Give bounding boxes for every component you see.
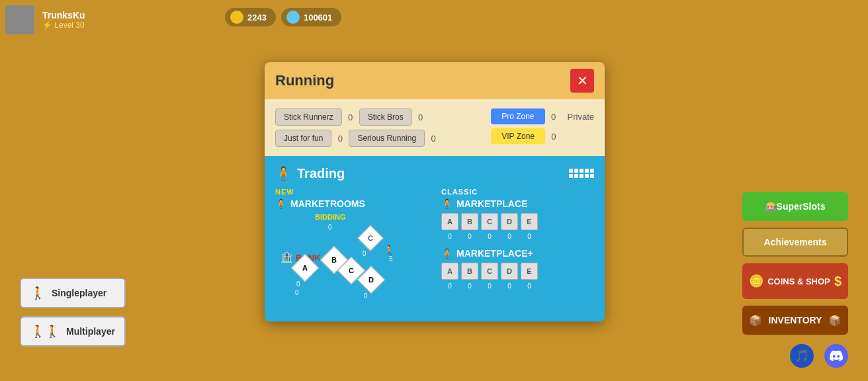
- discord-button[interactable]: [824, 344, 848, 368]
- bid-slot-top[interactable]: C: [357, 225, 384, 251]
- stick-bros-button[interactable]: Stick Bros: [359, 108, 412, 126]
- marketplace-slot-counts: 0 0 0 0 0: [441, 233, 594, 240]
- serious-running-count: 0: [429, 134, 438, 144]
- plus-slot-d[interactable]: D: [501, 263, 518, 280]
- coins-shop-button[interactable]: 🪙 COINS & SHOP $: [742, 263, 848, 299]
- slot-d[interactable]: D: [501, 213, 518, 230]
- left-trading-panel: NEW 🧍 MARKETROOMS BIDDING 0 C: [275, 188, 428, 296]
- bidding-label: BIDDING: [315, 213, 428, 221]
- plus-slot-c[interactable]: C: [481, 263, 498, 280]
- multiplayer-icon: 🚶🚶: [30, 324, 60, 339]
- serious-running-button[interactable]: Serious Running: [349, 130, 425, 147]
- grid-dot: [585, 169, 589, 173]
- modal-title: Running: [275, 72, 334, 89]
- slot-b[interactable]: B: [461, 213, 478, 230]
- diamond-a-count: 0: [296, 280, 300, 288]
- inventory-label: INVENTORY: [769, 315, 822, 325]
- marketplace-section: 🧍 MARKETPLACE A B C D E 0 0 0 0: [441, 198, 594, 240]
- slot-count-1: 0: [441, 233, 458, 240]
- gems-pill[interactable]: 100601: [281, 8, 341, 26]
- stick-runnerz-count: 0: [346, 112, 355, 122]
- bank-icon: 🏦: [281, 251, 293, 263]
- marketplace-plus-slot-counts: 0 0 0 0 0: [441, 282, 594, 290]
- run-row-1: Stick Runnerz 0 Stick Bros 0: [275, 108, 484, 126]
- inventory-button[interactable]: 📦 INVENTORY 📦: [742, 306, 848, 335]
- private-label: Private: [568, 112, 594, 122]
- marketrooms-icon: 🧍: [275, 198, 286, 209]
- singleplayer-label: Singleplayer: [52, 288, 107, 298]
- vip-zone-count: 0: [549, 132, 558, 142]
- left-sidebar: 🚶 Singleplayer 🚶🚶 Multiplayer: [20, 278, 126, 347]
- running-section: Stick Runnerz 0 Stick Bros 0 Just for fu…: [265, 99, 605, 156]
- singleplayer-button[interactable]: 🚶 Singleplayer: [20, 278, 126, 308]
- top-count-1: 0: [328, 224, 332, 231]
- level: ⚡ Level 30: [42, 21, 85, 30]
- grid-dot: [569, 174, 573, 178]
- user-info: TrunksKu ⚡ Level 30: [42, 10, 85, 30]
- bottom-icons: 🎵: [790, 344, 848, 368]
- grid-dot: [580, 174, 584, 178]
- achievements-button[interactable]: Achievements: [742, 228, 848, 257]
- coins-value: 2243: [247, 13, 267, 22]
- coins-pill[interactable]: 2243: [225, 8, 276, 26]
- right-trading-panel: CLASSIC 🧍 MARKETPLACE A B C D E: [441, 188, 594, 296]
- top-bar: TrunksKu ⚡ Level 30: [5, 5, 85, 34]
- marketplace-title: 🧍 MARKETPLACE: [441, 198, 594, 209]
- close-button[interactable]: ✕: [570, 69, 594, 93]
- grid-dot: [585, 174, 589, 178]
- diamond-layout: 0 C 0 🏦 BANK A 0: [275, 224, 428, 296]
- coin-icon: [230, 11, 243, 24]
- modal-header: Running ✕: [265, 62, 605, 99]
- grid-dot: [590, 174, 594, 178]
- slot-c[interactable]: C: [481, 213, 498, 230]
- marketplace-plus-section: 🧍 MARKETPLACE+ A B C D E 0 0 0 0: [441, 248, 594, 290]
- bidding-figure: 🚶: [384, 245, 395, 255]
- marketplace-slot-grid: A B C D E: [441, 213, 594, 230]
- multiplayer-label: Multiplayer: [66, 326, 115, 337]
- run-row-2: Just for fun 0 Serious Running 0: [275, 130, 484, 147]
- right-sidebar: 🎰 SuperSlots Achievements 🪙 COINS & SHOP…: [742, 192, 848, 335]
- plus-slot-e[interactable]: E: [521, 263, 538, 280]
- grid-dot: [580, 169, 584, 173]
- slot-count-5: 0: [521, 233, 538, 240]
- bottom-count-row: 0: [295, 289, 299, 296]
- username: TrunksKu: [42, 10, 85, 21]
- classic-label: CLASSIC: [441, 188, 594, 196]
- slot-a[interactable]: A: [441, 213, 458, 230]
- bottom-count-a: 0: [295, 289, 299, 296]
- achievements-label: Achievements: [764, 237, 827, 247]
- trading-title: 🧍 Trading: [275, 165, 345, 181]
- stick-bros-count: 0: [416, 112, 425, 122]
- just-for-fun-button[interactable]: Just for fun: [275, 130, 331, 147]
- bidding-figure-count: 5: [389, 255, 393, 263]
- pro-zone-button[interactable]: Pro Zone: [491, 108, 544, 124]
- stick-runnerz-button[interactable]: Stick Runnerz: [275, 108, 342, 126]
- trading-person-icon: 🧍: [275, 165, 292, 181]
- plus-slot-count-4: 0: [501, 282, 518, 290]
- top-count-row: 0: [328, 224, 332, 231]
- music-button[interactable]: 🎵: [790, 344, 814, 368]
- superslots-button[interactable]: 🎰 SuperSlots: [742, 192, 848, 221]
- currency-group: 2243 100601: [225, 8, 341, 26]
- marketplace-icon: 🧍: [441, 198, 453, 209]
- inventory-icon-right: 📦: [828, 314, 842, 327]
- avatar: [5, 5, 34, 34]
- just-for-fun-count: 0: [335, 134, 345, 144]
- multiplayer-button[interactable]: 🚶🚶 Multiplayer: [20, 316, 126, 347]
- plus-slot-a[interactable]: A: [441, 263, 458, 280]
- plus-slot-b[interactable]: B: [461, 263, 478, 280]
- coins-shop-label: COINS & SHOP: [767, 276, 830, 286]
- running-modal: Running ✕ Stick Runnerz 0 Stick Bros 0 J…: [265, 62, 605, 321]
- slot-e[interactable]: E: [521, 213, 538, 230]
- slot-count-4: 0: [501, 233, 518, 240]
- coins-shop-coin-icon: 🪙: [749, 274, 763, 288]
- vip-zone-button[interactable]: VIP Zone: [491, 128, 545, 144]
- slot-count-2: 0: [461, 233, 478, 240]
- marketplace-plus-slot-grid: A B C D E: [441, 263, 594, 280]
- plus-slot-count-5: 0: [521, 282, 538, 290]
- superslots-icon: 🎰: [765, 201, 777, 212]
- inventory-icon-left: 📦: [749, 314, 762, 327]
- plus-slot-count-2: 0: [461, 282, 478, 290]
- slot-count-3: 0: [481, 233, 498, 240]
- trading-header: 🧍 Trading: [275, 165, 594, 181]
